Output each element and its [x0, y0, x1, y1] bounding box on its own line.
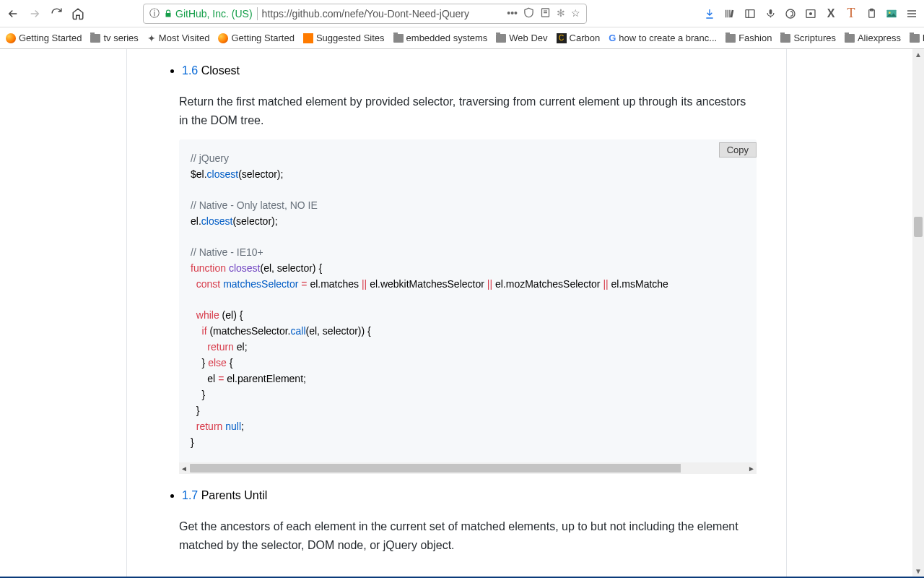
folder-icon — [845, 34, 855, 43]
firefox-icon — [6, 33, 16, 43]
scroll-thumb[interactable] — [190, 464, 746, 473]
ext-icon-x[interactable]: X — [824, 7, 837, 20]
url-bar[interactable]: ⓘ GitHub, Inc. (US) https://github.com/n… — [143, 4, 587, 24]
bookmark-item[interactable]: Getting Started — [6, 33, 82, 43]
toc-list: 1.7 Parents Until — [153, 487, 760, 504]
bookmark-label: Fashion — [738, 33, 772, 43]
ext-icon-1[interactable] — [784, 7, 797, 20]
bookmark-label: tv series — [103, 33, 138, 43]
bookmark-item[interactable]: Getting Started — [218, 33, 294, 43]
bookmark-label: Scriptures — [793, 33, 836, 43]
ext-icon-clip[interactable] — [865, 7, 878, 20]
bookmark-item[interactable]: Aliexpress — [845, 33, 901, 43]
bookmarks-bar: Getting Startedtv series✦Most VisitedGet… — [0, 27, 924, 49]
carbon-icon: C — [557, 33, 567, 43]
ext-icon-t[interactable]: T — [845, 7, 858, 20]
svg-point-3 — [786, 9, 795, 18]
bookmark-item[interactable]: embedded systems — [393, 33, 488, 43]
bookmark-label: Most Visited — [159, 33, 210, 43]
bookmark-label: Web Dev — [509, 33, 547, 43]
extension-icon[interactable]: ✻ — [557, 7, 565, 20]
folder-icon — [393, 34, 404, 43]
svg-point-5 — [810, 12, 812, 14]
scroll-left-icon[interactable]: ◄ — [179, 465, 189, 473]
info-icon[interactable]: ⓘ — [149, 7, 160, 20]
bookmark-label: Suggested Sites — [316, 33, 385, 43]
bookmark-label: Getting Started — [19, 33, 82, 43]
pocket-icon[interactable] — [523, 7, 534, 20]
google-icon: G — [609, 33, 616, 43]
scroll-up-icon[interactable]: ▲ — [915, 51, 922, 59]
sidebar-icon[interactable] — [744, 7, 757, 20]
bookmark-label: how to create a branc... — [619, 33, 717, 43]
folder-icon — [725, 34, 736, 43]
svg-rect-2 — [769, 9, 772, 14]
code-block: Copy // jQuery $el.closest(selector); //… — [179, 139, 757, 474]
folder-icon — [910, 34, 920, 43]
section-anchor[interactable]: 1.7 — [182, 489, 198, 501]
page-v-scrollbar[interactable]: ▲ ▼ — [912, 49, 924, 577]
bookmark-item[interactable]: Scriptures — [780, 33, 836, 43]
readme-container: 1.6 Closest Return the first matched ele… — [126, 49, 787, 578]
scroll-down-icon[interactable]: ▼ — [915, 567, 922, 575]
bookmark-item[interactable]: Fashion — [725, 33, 772, 43]
folder-icon — [496, 34, 506, 43]
square-icon — [303, 33, 313, 43]
bookmark-item[interactable]: Suggested Sites — [303, 33, 385, 43]
reload-button[interactable] — [49, 7, 64, 21]
mic-icon[interactable] — [764, 7, 777, 20]
library-icon[interactable] — [723, 7, 736, 20]
firefox-icon — [218, 33, 228, 43]
section-anchor[interactable]: 1.6 — [182, 64, 198, 77]
scroll-right-icon[interactable]: ► — [746, 465, 757, 473]
toc-list: 1.6 Closest — [153, 62, 760, 79]
copy-button[interactable]: Copy — [719, 142, 757, 158]
bookmark-star-icon[interactable]: ☆ — [571, 7, 580, 20]
code-content[interactable]: // jQuery $el.closest(selector); // Nati… — [179, 139, 757, 462]
star-icon: ✦ — [147, 33, 156, 44]
url-text: https://github.com/nefe/You-Dont-Need-jQ… — [262, 8, 503, 20]
bookmark-item[interactable]: tv series — [90, 33, 138, 43]
toc-item-parents-until: 1.7 Parents Until — [182, 487, 760, 504]
downloads-icon[interactable] — [703, 7, 716, 20]
reader-icon[interactable] — [540, 7, 551, 20]
site-identity[interactable]: GitHub, Inc. (US) — [164, 8, 253, 20]
code-h-scrollbar[interactable]: ◄ ► — [179, 462, 757, 474]
page-viewport: 1.6 Closest Return the first matched ele… — [0, 49, 924, 578]
svg-rect-1 — [746, 9, 754, 17]
menu-icon[interactable] — [905, 7, 918, 20]
section-description: Return the first matched element by prov… — [179, 92, 757, 129]
bookmark-item[interactable]: CCarbon — [557, 33, 601, 43]
ext-icon-2[interactable] — [804, 7, 817, 20]
bookmark-item[interactable]: linux — [910, 33, 924, 43]
bookmark-label: Aliexpress — [858, 33, 901, 43]
bookmark-label: embedded systems — [406, 33, 488, 43]
folder-icon — [90, 34, 100, 43]
browser-toolbar: ⓘ GitHub, Inc. (US) https://github.com/n… — [0, 0, 924, 27]
bookmark-item[interactable]: ✦Most Visited — [147, 33, 210, 44]
section-description: Get the ancestors of each element in the… — [179, 517, 757, 554]
back-button[interactable] — [6, 7, 20, 21]
scroll-thumb[interactable] — [914, 217, 923, 237]
more-icon[interactable]: ••• — [507, 7, 518, 20]
forward-button[interactable] — [27, 7, 42, 21]
ext-icon-img[interactable] — [885, 7, 898, 20]
bookmark-item[interactable]: Web Dev — [496, 33, 547, 43]
toc-item-closest: 1.6 Closest — [182, 62, 760, 79]
bookmark-item[interactable]: Ghow to create a branc... — [609, 33, 717, 43]
bookmark-label: Getting Started — [231, 33, 294, 43]
home-button[interactable] — [71, 7, 85, 21]
bookmark-label: Carbon — [570, 33, 601, 43]
toolbar-right: X T — [703, 7, 918, 20]
svg-point-9 — [889, 12, 891, 14]
folder-icon — [780, 34, 790, 43]
